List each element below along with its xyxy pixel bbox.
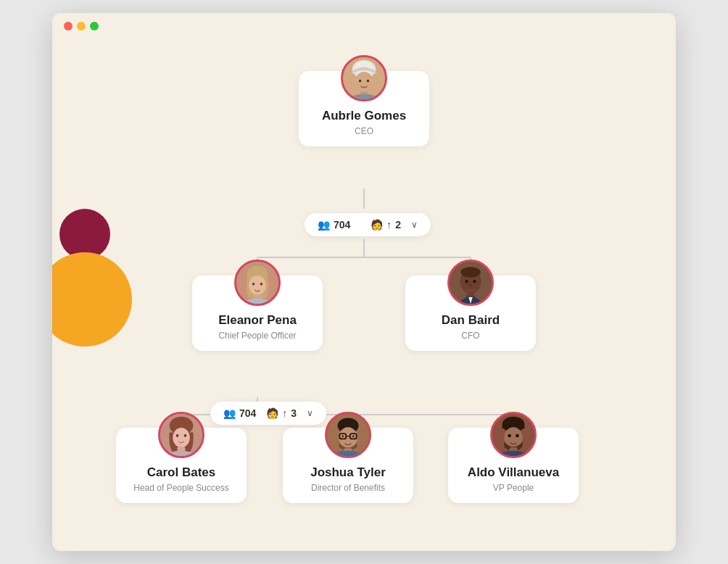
badge-eleanor[interactable]: 👥 704 🧑 ↑ 3 ∨	[210, 397, 326, 429]
svg-point-53	[508, 434, 511, 438]
node-eleanor[interactable]: Eleanor Pena Chief People Officer	[192, 275, 323, 351]
name-aubrle: Aubrle Gomes	[322, 109, 406, 123]
name-joshua: Joshua Tyler	[310, 465, 386, 480]
svg-point-35	[173, 428, 190, 447]
stat-reports-eleanor: 🧑 ↑ 3	[266, 407, 297, 419]
svg-point-37	[184, 434, 187, 437]
card-carol[interactable]: Carol Bates Head of People Success	[116, 428, 247, 503]
title-joshua: Director of Benefits	[311, 483, 385, 493]
stat-people-eleanor: 👥 704	[223, 407, 256, 419]
card-joshua[interactable]: Joshua Tyler Director of Benefits	[283, 428, 413, 503]
svg-point-28	[460, 267, 480, 278]
node-joshua[interactable]: Joshua Tyler Director of Benefits	[283, 428, 413, 503]
org-chart: Aubrle Gomes CEO 👥 704 🧑 ↑ 2	[103, 43, 625, 522]
svg-point-54	[516, 434, 519, 438]
maximize-button[interactable]	[90, 22, 99, 30]
svg-point-22	[252, 283, 255, 286]
name-dan: Dan Baird	[442, 313, 500, 328]
avatar-carol	[158, 412, 204, 458]
stat-reports-root: 🧑 ↑ 2	[371, 219, 401, 231]
people-icon-root: 👥	[318, 219, 330, 231]
stat-people-root: 👥 704	[318, 219, 350, 231]
people-icon-eleanor: 👥	[223, 407, 236, 419]
reports-icon-root: 🧑	[371, 219, 383, 231]
node-carol[interactable]: Carol Bates Head of People Success	[116, 428, 247, 503]
title-eleanor: Chief People Officer	[218, 331, 296, 341]
eleanor-reports-count: 3	[291, 407, 297, 419]
title-aubrle: CEO	[355, 126, 373, 136]
title-aldo: VP People	[493, 483, 534, 493]
card-eleanor[interactable]: Eleanor Pena Chief People Officer	[192, 275, 323, 351]
avatar-joshua	[325, 412, 371, 458]
name-eleanor: Eleanor Pena	[218, 313, 297, 328]
svg-point-14	[355, 72, 373, 93]
svg-point-30	[473, 280, 476, 283]
svg-point-21	[249, 275, 266, 295]
title-carol: Head of People Success	[133, 483, 228, 493]
org-chart-container: Aubrle Gomes CEO 👥 704 🧑 ↑ 2	[52, 36, 676, 551]
node-aldo[interactable]: Aldo Villanueva VP People	[448, 428, 579, 503]
name-carol: Carol Bates	[147, 465, 215, 480]
root-reports-count: 2	[395, 219, 401, 231]
eleanor-people-count: 704	[239, 407, 256, 419]
minimize-button[interactable]	[77, 22, 86, 30]
card-aubrle[interactable]: Aubrle Gomes CEO	[299, 71, 429, 146]
root-people-count: 704	[334, 219, 350, 231]
svg-point-29	[465, 280, 468, 283]
svg-point-16	[367, 80, 370, 83]
svg-point-47	[352, 435, 355, 437]
avatar-aldo	[490, 412, 537, 458]
svg-point-31	[469, 284, 472, 286]
stats-badge-eleanor[interactable]: 👥 704 🧑 ↑ 3 ∨	[210, 402, 326, 425]
title-bar	[52, 13, 676, 36]
node-aubrle[interactable]: Aubrle Gomes CEO	[299, 71, 429, 146]
name-aldo: Aldo Villanueva	[468, 465, 559, 480]
badge-root[interactable]: 👥 704 🧑 ↑ 2 ∨	[305, 209, 431, 241]
avatar-dan	[447, 260, 494, 306]
close-button[interactable]	[64, 22, 73, 30]
svg-point-15	[359, 80, 362, 83]
title-dan: CFO	[461, 331, 479, 341]
avatar-eleanor	[234, 260, 281, 306]
node-dan[interactable]: Dan Baird CFO	[405, 275, 536, 351]
svg-point-46	[342, 435, 344, 437]
svg-point-36	[176, 434, 179, 437]
stats-badge-root[interactable]: 👥 704 🧑 ↑ 2 ∨	[305, 213, 431, 236]
reports-icon-eleanor: 🧑	[266, 407, 278, 419]
card-dan[interactable]: Dan Baird CFO	[405, 275, 536, 351]
chevron-root[interactable]: ∨	[411, 220, 418, 230]
chevron-eleanor[interactable]: ∨	[307, 408, 313, 418]
avatar-aubrle	[341, 55, 387, 101]
card-aldo[interactable]: Aldo Villanueva VP People	[448, 428, 579, 503]
svg-point-23	[260, 283, 263, 286]
